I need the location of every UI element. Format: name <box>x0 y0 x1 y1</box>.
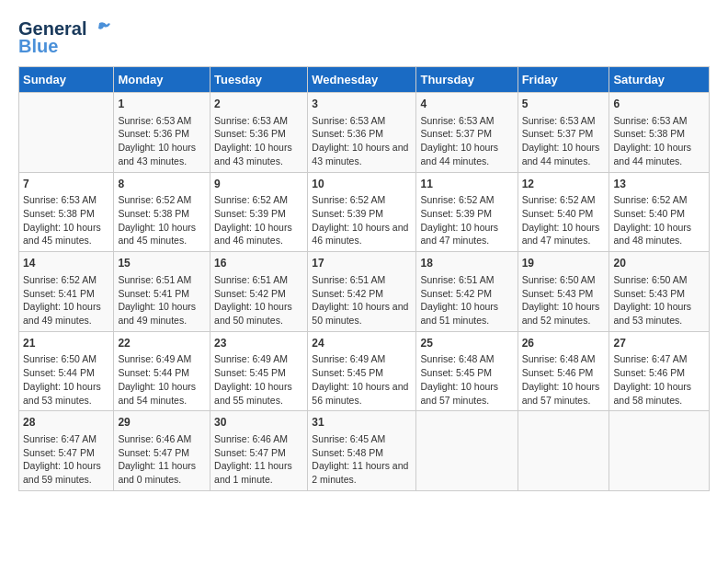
daylight-text: Daylight: 10 hours and 54 minutes. <box>118 381 196 406</box>
sunset-text: Sunset: 5:45 PM <box>214 367 286 378</box>
sunset-text: Sunset: 5:40 PM <box>613 208 685 219</box>
sunset-text: Sunset: 5:42 PM <box>214 288 286 299</box>
day-number: 18 <box>420 256 513 271</box>
day-number: 19 <box>522 256 606 271</box>
sunrise-text: Sunrise: 6:51 AM <box>214 274 288 285</box>
calendar-cell: 17Sunrise: 6:51 AMSunset: 5:42 PMDayligh… <box>308 252 416 332</box>
calendar-cell: 30Sunrise: 6:46 AMSunset: 5:47 PMDayligh… <box>210 411 308 491</box>
sunrise-text: Sunrise: 6:51 AM <box>118 274 191 285</box>
day-number: 16 <box>214 256 303 271</box>
daylight-text: Daylight: 10 hours and 45 minutes. <box>118 222 196 247</box>
sunrise-text: Sunrise: 6:47 AM <box>613 353 687 364</box>
col-header-monday: Monday <box>114 67 210 93</box>
sunset-text: Sunset: 5:43 PM <box>613 288 685 299</box>
sunset-text: Sunset: 5:46 PM <box>613 367 685 378</box>
calendar-week-row: 7Sunrise: 6:53 AMSunset: 5:38 PMDaylight… <box>19 172 710 252</box>
sunrise-text: Sunrise: 6:51 AM <box>312 274 385 285</box>
col-header-friday: Friday <box>518 67 609 93</box>
daylight-text: Daylight: 10 hours and 46 minutes. <box>214 222 292 247</box>
sunrise-text: Sunrise: 6:53 AM <box>214 115 288 126</box>
sunrise-text: Sunrise: 6:48 AM <box>420 353 494 364</box>
sunset-text: Sunset: 5:37 PM <box>522 128 594 139</box>
daylight-text: Daylight: 10 hours and 47 minutes. <box>420 222 498 247</box>
logo-blue-text: Blue <box>18 36 58 57</box>
sunset-text: Sunset: 5:36 PM <box>118 128 189 139</box>
calendar-cell: 26Sunrise: 6:48 AMSunset: 5:46 PMDayligh… <box>518 331 609 411</box>
calendar-cell: 23Sunrise: 6:49 AMSunset: 5:45 PMDayligh… <box>210 331 308 411</box>
day-number: 10 <box>312 177 412 192</box>
daylight-text: Daylight: 10 hours and 52 minutes. <box>522 301 600 326</box>
sunrise-text: Sunrise: 6:53 AM <box>23 194 97 205</box>
col-header-tuesday: Tuesday <box>210 67 308 93</box>
calendar-cell: 19Sunrise: 6:50 AMSunset: 5:43 PMDayligh… <box>518 252 609 332</box>
day-number: 17 <box>312 256 412 271</box>
sunrise-text: Sunrise: 6:52 AM <box>613 194 687 205</box>
calendar-cell: 4Sunrise: 6:53 AMSunset: 5:37 PMDaylight… <box>416 93 518 173</box>
calendar-cell: 5Sunrise: 6:53 AMSunset: 5:37 PMDaylight… <box>518 93 609 173</box>
calendar-cell: 9Sunrise: 6:52 AMSunset: 5:39 PMDaylight… <box>210 172 308 252</box>
daylight-text: Daylight: 10 hours and 49 minutes. <box>118 301 196 326</box>
calendar-cell: 1Sunrise: 6:53 AMSunset: 5:36 PMDaylight… <box>114 93 210 173</box>
calendar-cell: 10Sunrise: 6:52 AMSunset: 5:39 PMDayligh… <box>308 172 416 252</box>
calendar-cell <box>19 93 114 173</box>
sunrise-text: Sunrise: 6:53 AM <box>420 115 494 126</box>
daylight-text: Daylight: 10 hours and 50 minutes. <box>312 301 408 326</box>
daylight-text: Daylight: 10 hours and 47 minutes. <box>522 222 600 247</box>
daylight-text: Daylight: 11 hours and 2 minutes. <box>312 460 408 485</box>
daylight-text: Daylight: 11 hours and 1 minute. <box>214 460 292 485</box>
sunset-text: Sunset: 5:39 PM <box>420 208 492 219</box>
day-number: 26 <box>522 336 606 351</box>
sunset-text: Sunset: 5:38 PM <box>613 128 685 139</box>
calendar-cell: 28Sunrise: 6:47 AMSunset: 5:47 PMDayligh… <box>19 411 114 491</box>
sunrise-text: Sunrise: 6:53 AM <box>613 115 687 126</box>
calendar-cell: 29Sunrise: 6:46 AMSunset: 5:47 PMDayligh… <box>114 411 210 491</box>
sunrise-text: Sunrise: 6:50 AM <box>23 353 97 364</box>
sunset-text: Sunset: 5:44 PM <box>118 367 189 378</box>
calendar-cell: 20Sunrise: 6:50 AMSunset: 5:43 PMDayligh… <box>609 252 710 332</box>
sunset-text: Sunset: 5:41 PM <box>23 288 95 299</box>
sunrise-text: Sunrise: 6:52 AM <box>522 194 596 205</box>
sunrise-text: Sunrise: 6:49 AM <box>312 353 385 364</box>
sunset-text: Sunset: 5:39 PM <box>214 208 286 219</box>
daylight-text: Daylight: 10 hours and 43 minutes. <box>118 142 196 167</box>
calendar-cell: 31Sunrise: 6:45 AMSunset: 5:48 PMDayligh… <box>308 411 416 491</box>
daylight-text: Daylight: 10 hours and 55 minutes. <box>214 381 292 406</box>
daylight-text: Daylight: 10 hours and 46 minutes. <box>312 222 408 247</box>
calendar-table: SundayMondayTuesdayWednesdayThursdayFrid… <box>18 66 710 491</box>
calendar-week-row: 14Sunrise: 6:52 AMSunset: 5:41 PMDayligh… <box>19 252 710 332</box>
calendar-cell: 21Sunrise: 6:50 AMSunset: 5:44 PMDayligh… <box>19 331 114 411</box>
sunset-text: Sunset: 5:36 PM <box>214 128 286 139</box>
daylight-text: Daylight: 10 hours and 50 minutes. <box>214 301 292 326</box>
sunset-text: Sunset: 5:38 PM <box>118 208 189 219</box>
day-number: 7 <box>23 177 109 192</box>
daylight-text: Daylight: 10 hours and 57 minutes. <box>420 381 498 406</box>
day-number: 5 <box>522 97 606 112</box>
col-header-sunday: Sunday <box>19 67 114 93</box>
calendar-cell: 11Sunrise: 6:52 AMSunset: 5:39 PMDayligh… <box>416 172 518 252</box>
day-number: 13 <box>613 177 705 192</box>
calendar-week-row: 21Sunrise: 6:50 AMSunset: 5:44 PMDayligh… <box>19 331 710 411</box>
sunrise-text: Sunrise: 6:48 AM <box>522 353 596 364</box>
sunrise-text: Sunrise: 6:53 AM <box>522 115 596 126</box>
sunset-text: Sunset: 5:47 PM <box>214 447 286 458</box>
daylight-text: Daylight: 10 hours and 58 minutes. <box>613 381 691 406</box>
calendar-cell: 15Sunrise: 6:51 AMSunset: 5:41 PMDayligh… <box>114 252 210 332</box>
page-header: General Blue <box>18 18 710 57</box>
sunset-text: Sunset: 5:45 PM <box>420 367 492 378</box>
sunset-text: Sunset: 5:42 PM <box>420 288 492 299</box>
sunrise-text: Sunrise: 6:52 AM <box>23 274 97 285</box>
sunrise-text: Sunrise: 6:46 AM <box>118 433 191 444</box>
sunset-text: Sunset: 5:48 PM <box>312 447 383 458</box>
day-number: 12 <box>522 177 606 192</box>
sunset-text: Sunset: 5:36 PM <box>312 128 383 139</box>
day-number: 31 <box>312 415 412 431</box>
day-number: 4 <box>420 97 513 112</box>
daylight-text: Daylight: 10 hours and 43 minutes. <box>312 142 408 167</box>
col-header-saturday: Saturday <box>609 67 710 93</box>
sunset-text: Sunset: 5:39 PM <box>312 208 383 219</box>
day-number: 14 <box>23 256 109 271</box>
sunrise-text: Sunrise: 6:45 AM <box>312 433 385 444</box>
calendar-cell: 14Sunrise: 6:52 AMSunset: 5:41 PMDayligh… <box>19 252 114 332</box>
sunrise-text: Sunrise: 6:49 AM <box>118 353 191 364</box>
day-number: 21 <box>23 336 109 351</box>
